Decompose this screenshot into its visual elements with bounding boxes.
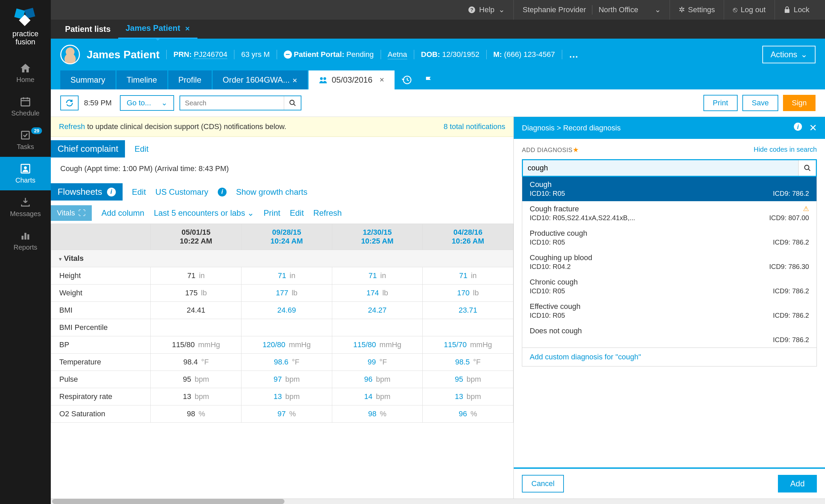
diagnosis-search-input[interactable] [523, 160, 798, 176]
nav-messages[interactable]: Messages [0, 190, 51, 224]
vitals-col-header[interactable]: 12/30/1510:25 AM [332, 224, 423, 250]
subtab-summary[interactable]: Summary [60, 70, 115, 89]
info-icon[interactable]: i [794, 122, 802, 133]
subtab-timeline[interactable]: Timeline [117, 70, 167, 89]
growth-charts-link[interactable]: Show growth charts [236, 187, 308, 197]
subtab-encounter[interactable]: 05/03/2016 ✕ [309, 70, 394, 89]
settings-link[interactable]: ✲ Settings [670, 0, 724, 20]
provider-location[interactable]: Stephanie Provider North Office ⌄ [513, 0, 669, 20]
nav-home[interactable]: Home [0, 56, 51, 90]
vitals-col-header[interactable]: 09/28/1510:24 AM [241, 224, 332, 250]
chief-complaint-header: Chief complaint [51, 140, 125, 158]
sign-button[interactable]: Sign [783, 95, 816, 111]
history-icon[interactable] [396, 71, 418, 88]
chief-edit[interactable]: Edit [134, 144, 148, 154]
print-button[interactable]: Print [703, 95, 738, 111]
flowsheets-edit[interactable]: Edit [132, 187, 146, 197]
info-icon[interactable]: i [107, 188, 116, 196]
vitals-print[interactable]: Print [263, 208, 280, 218]
flowsheets-header: Flowsheets i [51, 183, 123, 201]
logout-link[interactable]: ⎋ Log out [724, 0, 774, 20]
svg-rect-3 [21, 98, 30, 106]
help-menu[interactable]: ? Help ⌄ [459, 0, 513, 20]
people-icon [319, 77, 327, 83]
result-row[interactable]: Cough fracture⚠ ICD10: R05,S22.41xA,S22.… [522, 201, 817, 226]
vitals-group-row[interactable]: Vitals [51, 250, 513, 267]
vitals-cell: 24.41 [151, 302, 241, 319]
nav-tasks[interactable]: 29 Tasks [0, 123, 51, 157]
info-icon[interactable]: i [218, 188, 227, 196]
add-custom-diagnosis[interactable]: Add custom diagnosis for "cough" [522, 348, 817, 366]
search-icon[interactable] [798, 160, 816, 176]
brand-logo: practicefusion [0, 0, 51, 56]
tab-patient-lists[interactable]: Patient lists [58, 20, 118, 39]
cancel-button[interactable]: Cancel [522, 475, 564, 492]
last5-dropdown[interactable]: Last 5 encounters or labs ⌄ [154, 208, 254, 218]
calendar-icon [3, 96, 48, 107]
search-results: Cough ICD10: R05ICD9: 786.2 Cough fractu… [522, 177, 817, 366]
subtab-profile[interactable]: Profile [168, 70, 212, 89]
flowsheets-us[interactable]: US Customary [155, 187, 208, 197]
vitals-edit[interactable]: Edit [290, 208, 304, 218]
svg-rect-15 [785, 9, 789, 13]
hide-codes-link[interactable]: Hide codes in search [754, 146, 817, 153]
table-row: Respiratory rate13 bpm13 bpm14 bpm13 bpm [51, 388, 513, 405]
warning-icon: ⚠ [803, 205, 809, 213]
result-row[interactable]: Cough ICD10: R05ICD9: 786.2 [522, 177, 817, 201]
vitals-col-header[interactable]: 04/28/1610:26 AM [423, 224, 513, 250]
patient-name: James Patient [87, 48, 160, 61]
save-button[interactable]: Save [742, 95, 778, 111]
logout-icon: ⎋ [733, 5, 737, 14]
result-row[interactable]: Productive cough ICD10: R05ICD9: 786.2 [522, 226, 817, 250]
svg-rect-11 [24, 233, 26, 240]
result-row[interactable]: Chronic cough ICD10: R05ICD9: 786.2 [522, 274, 817, 299]
nav-charts[interactable]: Charts [0, 157, 51, 190]
vitals-cell: 96 bpm [332, 371, 423, 388]
actions-button[interactable]: Actions⌄ [762, 46, 816, 63]
goto-dropdown[interactable]: Go to...⌄ [120, 95, 174, 111]
refresh-button[interactable] [60, 96, 79, 110]
minus-circle-icon: − [284, 50, 292, 59]
notifications-link[interactable]: 8 total notifications [444, 122, 505, 131]
add-column[interactable]: Add column [101, 208, 144, 218]
result-row[interactable]: Coughing up blood ICD10: R04.2ICD9: 786.… [522, 250, 817, 274]
provider-name: Stephanie Provider [523, 5, 586, 14]
close-icon[interactable]: ✕ [292, 77, 297, 84]
refresh-link[interactable]: Refresh [59, 122, 85, 131]
search-icon[interactable] [284, 96, 301, 110]
search-input[interactable] [180, 99, 284, 107]
result-row[interactable]: Does not cough ICD9: 786.2 [522, 323, 817, 348]
svg-text:?: ? [470, 7, 473, 13]
vitals-tab[interactable]: Vitals ⛶ [51, 205, 92, 221]
vitals-cell: 24.27 [332, 302, 423, 319]
vitals-refresh[interactable]: Refresh [313, 208, 342, 218]
flag-icon[interactable] [418, 71, 440, 88]
bar-chart-icon [3, 230, 48, 241]
add-button[interactable]: Add [778, 475, 817, 492]
nav-reports[interactable]: Reports [0, 224, 51, 257]
close-icon[interactable]: ✕ [809, 122, 817, 133]
vitals-cell: 24.69 [241, 302, 332, 319]
close-icon[interactable]: ✕ [379, 76, 384, 84]
close-icon[interactable]: ✕ [185, 25, 190, 32]
svg-point-23 [804, 165, 809, 170]
more-icon[interactable]: … [569, 49, 578, 60]
vitals-cell: 71 in [151, 267, 241, 285]
horizontal-scrollbar[interactable] [51, 499, 825, 504]
table-row: BP115/80 mmHg120/80 mmHg115/80 mmHg115/7… [51, 336, 513, 354]
vitals-cell: 120/80 mmHg [241, 336, 332, 354]
row-label: BMI Percentile [51, 319, 151, 336]
tab-patient[interactable]: James Patient✕ [118, 19, 197, 39]
diagnosis-search [522, 159, 817, 177]
patient-insurance[interactable]: Aetna [388, 50, 407, 59]
tasks-badge: 29 [31, 127, 42, 134]
result-row[interactable]: Effective cough ICD10: R05ICD9: 786.2 [522, 299, 817, 323]
row-label: BMI [51, 302, 151, 319]
row-label: Respiratory rate [51, 388, 151, 405]
nav-schedule[interactable]: Schedule [0, 90, 51, 123]
cds-notice: Refresh to update clinical decision supp… [51, 117, 513, 137]
subtab-order[interactable]: Order 1604GWA...✕ [213, 70, 308, 89]
vitals-cell [332, 319, 423, 336]
lock-link[interactable]: Lock [775, 0, 818, 20]
vitals-cell: 98.5 °F [423, 354, 513, 371]
